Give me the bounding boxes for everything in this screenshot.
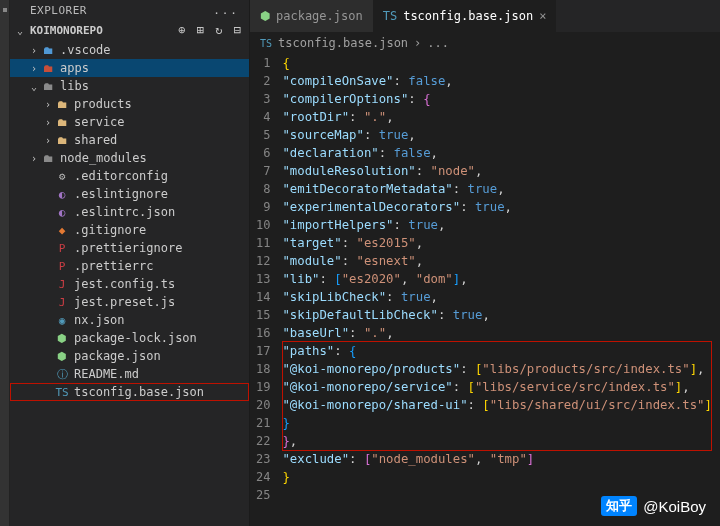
file-icon: ⚙ — [54, 170, 70, 183]
breadcrumb-sep: › — [414, 36, 421, 50]
collapse-icon[interactable]: ⊟ — [234, 23, 241, 37]
item-label: node_modules — [60, 151, 147, 165]
root-folder-name: KOIMONOREPO — [30, 24, 103, 37]
explorer-title: EXPLORER — [30, 4, 87, 17]
explorer-header: EXPLORER ... — [10, 0, 249, 21]
code-editor[interactable]: 1234567891011121314151617181920212223242… — [250, 54, 720, 526]
explorer-menu-icon[interactable]: ... — [213, 4, 239, 17]
item-label: .prettierrc — [74, 259, 153, 273]
item-label: package-lock.json — [74, 331, 197, 345]
item-label: package.json — [74, 349, 161, 363]
file-icon: TS — [54, 386, 70, 399]
file-item[interactable]: ◐.eslintrc.json — [10, 203, 249, 221]
file-item[interactable]: ◆.gitignore — [10, 221, 249, 239]
file-tree[interactable]: ›🖿.vscode›🖿apps⌄🖿libs›🖿products›🖿service… — [10, 39, 249, 526]
chevron-down-icon: ⌄ — [14, 25, 26, 36]
chevron-icon: › — [28, 153, 40, 164]
file-item[interactable]: ⓘREADME.md — [10, 365, 249, 383]
file-item[interactable]: ⚙.editorconfig — [10, 167, 249, 185]
file-item[interactable]: P.prettierignore — [10, 239, 249, 257]
new-file-icon[interactable]: ⊕ — [178, 23, 185, 37]
breadcrumb-rest: ... — [427, 36, 449, 50]
file-icon: ⬢ — [54, 350, 70, 363]
item-label: .gitignore — [74, 223, 146, 237]
watermark: 知乎 @KoiBoy — [601, 496, 706, 516]
folder-root-header[interactable]: ⌄ KOIMONOREPO ⊕ ⊞ ↻ ⊟ — [10, 21, 249, 39]
file-icon: TS — [383, 9, 397, 23]
folder-item[interactable]: ›🖿apps — [10, 59, 249, 77]
chevron-icon: › — [42, 99, 54, 110]
folder-item[interactable]: ›🖿.vscode — [10, 41, 249, 59]
explorer-sidebar: EXPLORER ... ⌄ KOIMONOREPO ⊕ ⊞ ↻ ⊟ ›🖿.vs… — [10, 0, 250, 526]
file-icon: ⬢ — [54, 332, 70, 345]
folder-icon: 🖿 — [40, 44, 56, 57]
editor-tab[interactable]: ⬢package.json — [250, 0, 373, 32]
item-label: .editorconfig — [74, 169, 168, 183]
file-item[interactable]: TStsconfig.base.json — [10, 383, 249, 401]
watermark-text: @KoiBoy — [643, 498, 706, 515]
chevron-icon: › — [42, 117, 54, 128]
file-icon: ◐ — [54, 188, 70, 201]
folder-icon: 🖿 — [54, 116, 70, 129]
chevron-icon: › — [28, 45, 40, 56]
item-label: .prettierignore — [74, 241, 182, 255]
explorer-actions: ⊕ ⊞ ↻ ⊟ — [174, 23, 241, 37]
folder-item[interactable]: ›🖿products — [10, 95, 249, 113]
activity-bar — [0, 0, 10, 526]
breadcrumb-file: tsconfig.base.json — [278, 36, 408, 50]
file-icon: ⬢ — [260, 9, 270, 23]
folder-icon: 🖿 — [40, 80, 56, 93]
folder-item[interactable]: ›🖿shared — [10, 131, 249, 149]
chevron-icon: ⌄ — [28, 81, 40, 92]
item-label: jest.preset.js — [74, 295, 175, 309]
item-label: service — [74, 115, 125, 129]
editor-area: ⬢package.jsonTStsconfig.base.json× TS ts… — [250, 0, 720, 526]
tab-label: package.json — [276, 9, 363, 23]
file-item[interactable]: ⬢package-lock.json — [10, 329, 249, 347]
tab-label: tsconfig.base.json — [403, 9, 533, 23]
item-label: .eslintignore — [74, 187, 168, 201]
item-label: .eslintrc.json — [74, 205, 175, 219]
refresh-icon[interactable]: ↻ — [215, 23, 222, 37]
item-label: README.md — [74, 367, 139, 381]
file-icon: ◉ — [54, 314, 70, 327]
item-label: libs — [60, 79, 89, 93]
folder-item[interactable]: ›🖿node_modules — [10, 149, 249, 167]
file-item[interactable]: P.prettierrc — [10, 257, 249, 275]
chevron-icon: › — [42, 135, 54, 146]
file-icon: TS — [260, 38, 272, 49]
editor-tab[interactable]: TStsconfig.base.json× — [373, 0, 557, 32]
code-lines[interactable]: { "compileOnSave": false, "compilerOptio… — [282, 54, 711, 526]
item-label: apps — [60, 61, 89, 75]
folder-icon: 🖿 — [54, 98, 70, 111]
folder-item[interactable]: ⌄🖿libs — [10, 77, 249, 95]
item-label: tsconfig.base.json — [74, 385, 204, 399]
item-label: .vscode — [60, 43, 111, 57]
folder-icon: 🖿 — [40, 152, 56, 165]
file-icon: P — [54, 242, 70, 255]
item-label: nx.json — [74, 313, 125, 327]
chevron-icon: › — [28, 63, 40, 74]
item-label: shared — [74, 133, 117, 147]
editor-tabs[interactable]: ⬢package.jsonTStsconfig.base.json× — [250, 0, 720, 32]
folder-icon: 🖿 — [54, 134, 70, 147]
new-folder-icon[interactable]: ⊞ — [197, 23, 204, 37]
file-icon: ◆ — [54, 224, 70, 237]
file-icon: ◐ — [54, 206, 70, 219]
file-icon: ⓘ — [54, 367, 70, 382]
item-label: jest.config.ts — [74, 277, 175, 291]
file-item[interactable]: ⬢package.json — [10, 347, 249, 365]
file-icon: P — [54, 260, 70, 273]
file-item[interactable]: ◐.eslintignore — [10, 185, 249, 203]
folder-icon: 🖿 — [40, 62, 56, 75]
file-icon: J — [54, 278, 70, 291]
activity-dot — [3, 8, 7, 12]
zhihu-logo: 知乎 — [601, 496, 637, 516]
file-item[interactable]: Jjest.config.ts — [10, 275, 249, 293]
folder-item[interactable]: ›🖿service — [10, 113, 249, 131]
breadcrumb[interactable]: TS tsconfig.base.json › ... — [250, 32, 720, 54]
line-gutter: 1234567891011121314151617181920212223242… — [250, 54, 282, 526]
file-item[interactable]: Jjest.preset.js — [10, 293, 249, 311]
file-item[interactable]: ◉nx.json — [10, 311, 249, 329]
close-icon[interactable]: × — [539, 9, 546, 23]
